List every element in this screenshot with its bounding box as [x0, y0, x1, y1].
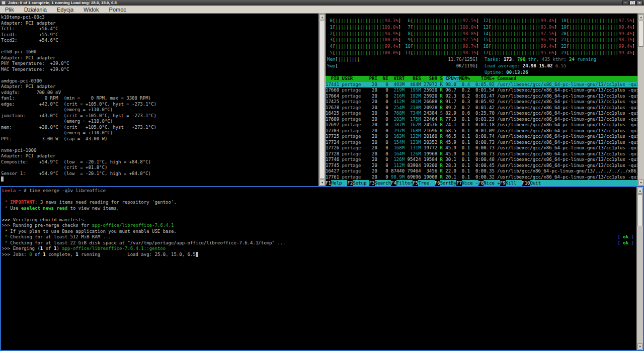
fkey-f7[interactable]: F7: [456, 180, 462, 186]
cell-shr: 20928: [421, 105, 438, 111]
column-header-res[interactable]: RES: [405, 76, 421, 82]
fkey-f2[interactable]: F2: [347, 180, 353, 186]
cell-pid: 17761: [326, 174, 339, 181]
scrollbar-thumb[interactable]: [319, 21, 325, 179]
process-row[interactable]: 17726portage200168M131M19772R45.90.10:00…: [326, 145, 637, 151]
cell-user: portage: [339, 105, 366, 111]
htop-stats: Tasks: 173, 790 thr, 435 kthr; 24 runnin…: [485, 56, 596, 75]
fkey-label-nice[interactable]: Nice -: [462, 180, 478, 186]
process-row[interactable]: 17761portage20098.9M6969619008R20.10.10:…: [326, 174, 637, 181]
process-row[interactable]: 17441portage200493M464M27072R98.00.40:05…: [326, 82, 637, 88]
sensors-scrollbar[interactable]: ▲ ▼: [318, 14, 326, 186]
process-row[interactable]: 16425portage200768M734M24384S82.90.60:25…: [326, 111, 637, 117]
scroll-up-icon[interactable]: ▲: [637, 188, 642, 194]
process-row[interactable]: 17660portage200219M195M25920R96.70.20:01…: [326, 87, 637, 94]
cpu-bar: ||||||||||||||||||||||97.5%: [569, 18, 632, 24]
bar-fill-normal: ||||||||||||||||||||: [491, 31, 545, 36]
scrollbar-thumb[interactable]: [638, 21, 643, 47]
fkey-f1[interactable]: F1: [326, 180, 331, 186]
fkey-label-quit[interactable]: Quit: [530, 180, 541, 186]
fkey-f8[interactable]: F8: [478, 180, 484, 186]
process-row[interactable]: 17678portage200254M218M20928R89.20.20:01…: [326, 105, 637, 111]
emerge-terminal-pane[interactable]: Leela ~ # time emerge -q1v libreoffice *…: [0, 186, 644, 351]
process-row[interactable]: 17664portage200216M192M25920R92.30.20:01…: [326, 94, 637, 100]
column-header-mem[interactable]: ▽MEM%: [456, 76, 470, 82]
cell-command: /usr/libexec/gcc/x86_64-pc-linux-gnu/13/…: [495, 99, 637, 105]
maximize-button[interactable]: [629, 1, 635, 5]
window-titlebar[interactable]: Jobs: 0 of 1 complete, 1 running Load av…: [0, 0, 644, 6]
scrollbar-thumb[interactable]: [637, 194, 642, 226]
text-segment: >>> Jobs:: [2, 252, 29, 257]
minimize-button[interactable]: [622, 1, 628, 5]
fkey-f5[interactable]: F5: [413, 180, 418, 186]
text-segment: If you plan to use Base application you …: [10, 229, 177, 234]
fkey-f6[interactable]: F6: [435, 180, 440, 186]
scroll-down-icon[interactable]: ▼: [319, 180, 325, 186]
sort-arrow-icon: ▽: [456, 76, 459, 81]
fkey-label-nice[interactable]: Nice +: [484, 180, 500, 186]
column-header-command[interactable]: Command: [495, 76, 637, 82]
cell-s: R: [437, 134, 443, 140]
close-button[interactable]: [636, 1, 642, 5]
fkey-f4[interactable]: F4: [391, 180, 396, 186]
fkey-label-sortby[interactable]: SortBy: [440, 180, 457, 186]
htop-scrollbar[interactable]: ▲ ▼: [637, 14, 644, 186]
process-row[interactable]: 17745portage200112M8390419200R28.30.10:0…: [326, 163, 637, 169]
cpu-meter-21: 21[|||||||||||||||||||||||98.1%]: [561, 37, 635, 43]
text-segment: Load average:: [485, 63, 523, 68]
menu-item-plik[interactable]: Plik: [0, 6, 19, 13]
fkey-label-setup[interactable]: Setup: [353, 180, 369, 186]
column-header-cpu[interactable]: CPU%: [443, 76, 456, 82]
scroll-down-icon[interactable]: ▼: [637, 343, 642, 349]
htop-terminal-pane[interactable]: 0[||||||||||||||||||||||94.3%] 1[|||||||…: [326, 14, 637, 186]
sensors-terminal-pane[interactable]: k10temp-pci-00c3Adapter: PCI adapterTctl…: [0, 14, 318, 186]
cpu-core-number: 12: [483, 18, 489, 24]
fkey-label-kill[interactable]: Kill: [506, 180, 522, 186]
fkey-label-filter[interactable]: Filter: [396, 180, 413, 186]
fkey-label-tree[interactable]: Tree: [418, 180, 435, 186]
process-row[interactable]: 16427portage20087440794643456R22.00.10:0…: [326, 168, 637, 174]
cell-ni: 0: [377, 94, 388, 100]
scroll-up-icon[interactable]: ▲: [638, 14, 643, 20]
sensors-line: PHY Temperature: +39.0°C: [1, 61, 318, 67]
column-header-virt[interactable]: VIRT: [388, 76, 405, 82]
process-row[interactable]: 17746portage200126M9542419584R30.10.10:0…: [326, 157, 637, 163]
menu-item-pomoc[interactable]: Pomoc: [104, 6, 131, 13]
column-header-shr[interactable]: SHR: [421, 76, 438, 82]
fkey-label-search[interactable]: Search: [375, 180, 391, 186]
cell-pri: 20: [366, 94, 377, 100]
process-table-header[interactable]: PIDUSERPRINIVIRTRESSHRSCPU%▽MEM%TIME+Com…: [326, 76, 637, 82]
cell-ni: 0: [377, 134, 388, 140]
column-header-s[interactable]: S: [437, 76, 443, 82]
column-header-user[interactable]: USER: [339, 76, 366, 82]
cell-user: portage: [339, 151, 366, 157]
process-row[interactable]: 17703portage200197M168M21696R68.50.10:01…: [326, 128, 637, 134]
emerge-scrollbar[interactable]: ▲ ▼: [636, 187, 643, 350]
terminal-line: >>> Running pre-merge checks for app-off…: [2, 223, 643, 229]
fkey-f10[interactable]: F10: [522, 180, 530, 186]
process-row[interactable]: 17728portage200164M126M19968R45.90.10:00…: [326, 151, 637, 157]
terminal-line: * Checking for at least 22 GiB disk spac…: [2, 240, 643, 246]
column-header-ni[interactable]: NI: [377, 76, 388, 82]
process-row[interactable]: 17697portage200187M162M24576R74.10.10:01…: [326, 122, 637, 128]
column-header-pid[interactable]: PID: [326, 76, 339, 82]
fkey-f9[interactable]: F9: [500, 180, 506, 186]
process-row[interactable]: 17425portage200412M381M26688R91.70.30:05…: [326, 99, 637, 105]
cell-virt: 168M: [388, 145, 405, 151]
column-header-time[interactable]: TIME+: [470, 76, 495, 82]
scroll-up-icon[interactable]: ▲: [319, 14, 325, 20]
fkey-f3[interactable]: F3: [369, 180, 375, 186]
menu-item-widok[interactable]: Widok: [78, 6, 104, 13]
fkey-label-help[interactable]: Help: [331, 180, 348, 186]
process-row[interactable]: 17725portage200163M132M20160R46.50.10:00…: [326, 134, 637, 140]
menu-item-działania[interactable]: Działania: [19, 6, 52, 13]
scroll-down-icon[interactable]: ▼: [638, 180, 643, 186]
process-row[interactable]: 17689portage200203M175M22464R77.30.10:01…: [326, 117, 637, 123]
text-segment: 790: [517, 57, 525, 62]
process-row[interactable]: 17724portage200154M123M20352R45.90.10:00…: [326, 140, 637, 146]
text-segment: [: [617, 234, 623, 239]
column-header-pri[interactable]: PRI: [366, 76, 377, 82]
menu-item-edycja[interactable]: Edycja: [52, 6, 78, 13]
cell-command: /usr/lib/gcc/x86_64-pc-linux-gnu/13/../.…: [495, 168, 637, 174]
cpu-bar: ||||||||||||||||||||||97.5%: [413, 37, 476, 43]
